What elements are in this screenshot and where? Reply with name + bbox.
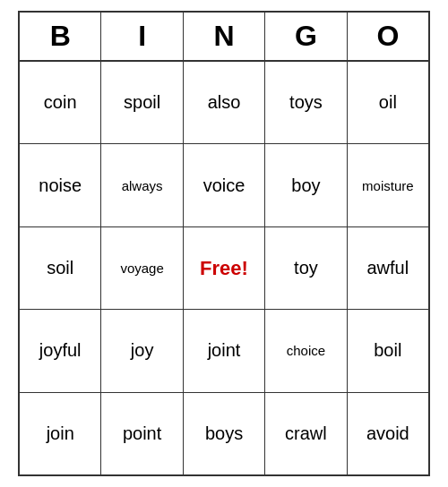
bingo-cell: voyage — [101, 227, 183, 309]
bingo-cell: boil — [348, 310, 428, 391]
bingo-cell: toys — [265, 62, 347, 143]
bingo-cell: avoid — [348, 393, 428, 474]
header-letter: O — [348, 13, 428, 60]
header-letter: B — [20, 13, 101, 60]
bingo-cell: Free! — [184, 227, 265, 309]
bingo-cell: voice — [184, 144, 265, 226]
bingo-row: soilvoyageFree!toyawful — [20, 227, 428, 310]
bingo-row: coinspoilalsotoysoil — [20, 62, 428, 144]
bingo-cell: joy — [101, 310, 183, 391]
bingo-cell: point — [101, 393, 183, 474]
bingo-card: BINGO coinspoilalsotoysoilnoisealwaysvoi… — [18, 11, 430, 476]
bingo-cell: always — [101, 144, 183, 226]
bingo-header: BINGO — [20, 13, 428, 62]
header-letter: I — [101, 13, 183, 60]
bingo-cell: join — [20, 393, 101, 474]
bingo-cell: coin — [20, 62, 101, 143]
bingo-cell: crawl — [265, 393, 347, 474]
bingo-cell: toy — [265, 227, 347, 309]
bingo-row: joinpointboyscrawlavoid — [20, 393, 428, 474]
bingo-body: coinspoilalsotoysoilnoisealwaysvoiceboym… — [20, 62, 428, 474]
bingo-cell: spoil — [101, 62, 183, 143]
header-letter: N — [184, 13, 265, 60]
bingo-row: joyfuljoyjointchoiceboil — [20, 310, 428, 392]
bingo-cell: also — [184, 62, 265, 143]
bingo-cell: joint — [184, 310, 265, 391]
bingo-cell: soil — [20, 227, 101, 309]
bingo-cell: boy — [265, 144, 347, 226]
bingo-cell: boys — [184, 393, 265, 474]
bingo-cell: oil — [348, 62, 428, 143]
bingo-cell: choice — [265, 310, 347, 391]
header-letter: G — [265, 13, 347, 60]
bingo-cell: joyful — [20, 310, 101, 391]
bingo-cell: moisture — [348, 144, 428, 226]
bingo-row: noisealwaysvoiceboymoisture — [20, 144, 428, 226]
bingo-cell: noise — [20, 144, 101, 226]
bingo-cell: awful — [348, 227, 428, 309]
